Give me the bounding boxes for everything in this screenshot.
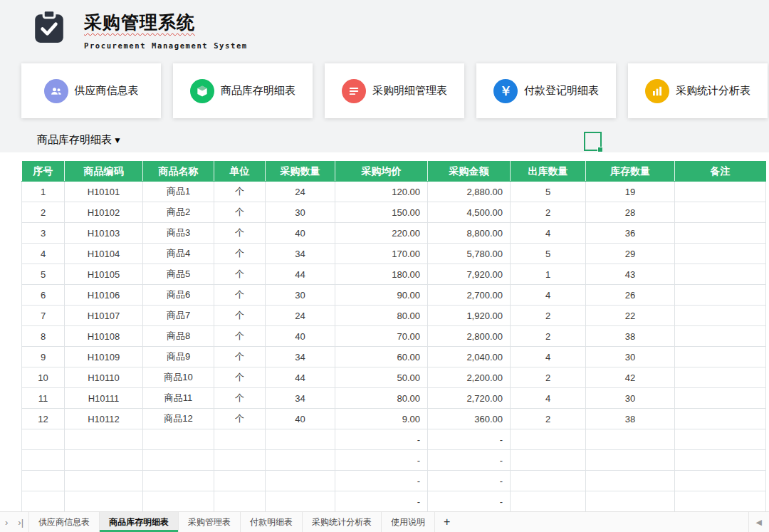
table-caption-dropdown[interactable]: 商品库存明细表▼ <box>37 133 769 147</box>
table-cell[interactable]: 个 <box>214 285 266 306</box>
table-cell[interactable] <box>675 285 766 306</box>
table-cell[interactable] <box>214 471 266 491</box>
sheet-tab-采购管理表[interactable]: 采购管理表 <box>179 512 241 532</box>
table-cell[interactable]: 个 <box>214 409 266 429</box>
table-cell[interactable]: 40 <box>266 223 335 244</box>
table-cell[interactable] <box>586 429 675 450</box>
table-cell[interactable]: H10110 <box>65 367 143 388</box>
table-cell[interactable]: 1,920.00 <box>428 306 511 326</box>
table-cell[interactable]: H10102 <box>65 202 143 223</box>
table-cell[interactable]: 50.00 <box>335 367 428 388</box>
table-cell[interactable] <box>675 223 766 244</box>
table-cell[interactable]: H10107 <box>65 306 143 326</box>
table-cell[interactable]: - <box>428 450 511 471</box>
sheet-tab-商品库存明细表[interactable]: 商品库存明细表 <box>100 512 179 532</box>
table-cell[interactable] <box>143 429 214 450</box>
table-cell[interactable]: 商品11 <box>143 388 214 409</box>
table-cell[interactable]: H10108 <box>65 326 143 347</box>
table-cell[interactable]: 2 <box>511 326 586 347</box>
table-cell[interactable]: 11 <box>22 388 65 409</box>
table-cell[interactable]: 1 <box>22 182 65 202</box>
column-header[interactable]: 库存数量 <box>586 162 675 182</box>
table-cell[interactable] <box>586 450 675 471</box>
table-cell[interactable] <box>675 367 766 388</box>
table-cell[interactable]: 180.00 <box>335 264 428 285</box>
table-cell[interactable]: 4,500.00 <box>428 202 511 223</box>
table-cell[interactable] <box>266 429 335 450</box>
table-cell[interactable]: 30 <box>586 388 675 409</box>
table-cell[interactable]: 28 <box>586 202 675 223</box>
table-cell[interactable] <box>675 326 766 347</box>
nav-card-3[interactable]: 采购明细管理表 <box>325 63 464 118</box>
table-cell[interactable]: 个 <box>214 367 266 388</box>
table-cell[interactable]: 商品3 <box>143 223 214 244</box>
nav-card-4[interactable]: ￥付款登记明细表 <box>476 63 616 118</box>
table-cell[interactable]: 商品1 <box>143 182 214 202</box>
table-cell[interactable]: 商品2 <box>143 202 214 223</box>
table-cell[interactable]: 4 <box>511 347 586 367</box>
table-cell[interactable]: 30 <box>266 285 335 306</box>
table-cell[interactable]: 商品6 <box>143 285 214 306</box>
table-cell[interactable]: 90.00 <box>335 285 428 306</box>
column-header[interactable]: 采购金额 <box>428 162 511 182</box>
table-cell[interactable]: - <box>428 491 511 512</box>
nav-card-1[interactable]: 供应商信息表 <box>21 63 161 118</box>
table-cell[interactable]: - <box>335 450 428 471</box>
table-cell[interactable]: 44 <box>266 264 335 285</box>
table-cell[interactable] <box>675 347 766 367</box>
table-cell[interactable] <box>675 202 766 223</box>
table-cell[interactable]: 34 <box>266 244 335 264</box>
table-cell[interactable]: 5 <box>22 264 65 285</box>
table-cell[interactable]: 3 <box>22 223 65 244</box>
table-cell[interactable]: 70.00 <box>335 326 428 347</box>
table-cell[interactable]: 商品5 <box>143 264 214 285</box>
table-cell[interactable] <box>675 264 766 285</box>
table-cell[interactable]: 商品7 <box>143 306 214 326</box>
table-cell[interactable]: 2,880.00 <box>428 182 511 202</box>
table-cell[interactable]: 170.00 <box>335 244 428 264</box>
table-cell[interactable] <box>266 491 335 512</box>
column-header[interactable]: 商品名称 <box>143 162 214 182</box>
table-cell[interactable]: 2,700.00 <box>428 285 511 306</box>
table-cell[interactable]: 2 <box>511 409 586 429</box>
column-header[interactable]: 单位 <box>214 162 266 182</box>
table-cell[interactable]: 商品9 <box>143 347 214 367</box>
table-cell[interactable]: 8 <box>22 326 65 347</box>
table-cell[interactable]: 2 <box>511 367 586 388</box>
table-cell[interactable]: 4 <box>22 244 65 264</box>
table-cell[interactable]: 个 <box>214 347 266 367</box>
table-cell[interactable]: 5 <box>511 244 586 264</box>
table-cell[interactable]: 7 <box>22 306 65 326</box>
column-header[interactable]: 序号 <box>22 162 65 182</box>
table-cell[interactable]: 个 <box>214 326 266 347</box>
table-cell[interactable]: H10104 <box>65 244 143 264</box>
table-cell[interactable] <box>675 491 766 512</box>
table-cell[interactable]: - <box>335 491 428 512</box>
nav-card-5[interactable]: 采购统计分析表 <box>628 63 768 118</box>
table-cell[interactable]: 120.00 <box>335 182 428 202</box>
table-cell[interactable] <box>586 471 675 491</box>
sheet-nav-next-icon[interactable]: › <box>0 512 13 532</box>
table-cell[interactable]: 2 <box>511 202 586 223</box>
table-cell[interactable]: 42 <box>586 367 675 388</box>
table-cell[interactable] <box>511 450 586 471</box>
table-cell[interactable]: 24 <box>266 306 335 326</box>
table-cell[interactable]: 26 <box>586 285 675 306</box>
table-cell[interactable] <box>143 450 214 471</box>
table-cell[interactable] <box>675 388 766 409</box>
table-cell[interactable] <box>22 471 65 491</box>
table-cell[interactable] <box>511 471 586 491</box>
sheet-tab-采购统计分析表[interactable]: 采购统计分析表 <box>303 512 382 532</box>
table-cell[interactable]: 商品10 <box>143 367 214 388</box>
table-cell[interactable]: 个 <box>214 264 266 285</box>
table-cell[interactable]: 40 <box>266 326 335 347</box>
table-cell[interactable] <box>65 471 143 491</box>
table-cell[interactable] <box>675 306 766 326</box>
table-cell[interactable]: 个 <box>214 202 266 223</box>
table-cell[interactable]: H10105 <box>65 264 143 285</box>
table-cell[interactable] <box>266 471 335 491</box>
table-cell[interactable]: 2,200.00 <box>428 367 511 388</box>
sheet-nav-last-icon[interactable]: ›| <box>13 512 28 532</box>
table-cell[interactable]: 80.00 <box>335 388 428 409</box>
table-cell[interactable]: 5 <box>511 182 586 202</box>
